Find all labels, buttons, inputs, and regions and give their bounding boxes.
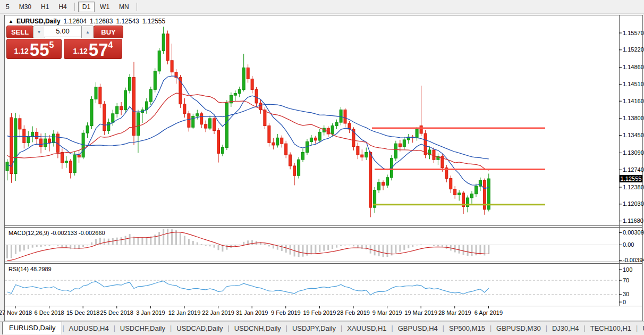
tab-usdcad-daily[interactable]: USDCAD,Daily [172,323,227,334]
tab-gbpusd-m30[interactable]: GBPUSD,M30 [492,323,546,334]
chart-symbol-label: EURUSD,Daily [16,18,61,25]
price-axis-label: 1.11680 [623,217,643,224]
price-axis-label: 1.15570 [623,30,644,36]
date-axis-label: 6 Dec 2018 [34,309,64,316]
toolbar-separator [74,3,75,11]
price-axis-label: 1.12380 [623,184,644,190]
tab-uko[interactable]: UKO [638,323,644,334]
collapse-triangle-icon[interactable]: ▲ [9,19,13,24]
date-axis-label: 31 Jan 2019 [236,309,268,316]
price-axis-label: 1.14160 [623,98,644,104]
ohlc-close: 1.12555 [142,18,165,25]
tab-usdjpy-daily[interactable]: USDJPY,Daily [287,323,341,334]
timeframe-button-m30[interactable]: M30 [15,2,36,12]
macd-axis-label: 0.00 [623,241,634,248]
price-axis-label: 1.14510 [623,81,644,87]
buy-button[interactable]: BUY [94,26,123,38]
timeframe-button-5[interactable]: 5 [2,2,14,12]
chart-title: ▲ EURUSD,Daily 1.12604 1.12683 1.12543 1… [9,18,165,25]
sell-price-prefix: 1.12 [14,47,29,55]
rsi-axis-label: 70 [623,277,629,283]
rsi-axis-label: 0 [623,299,626,305]
timeframe-button-h1[interactable]: H1 [37,2,53,12]
buy-price-big: 57 [89,43,108,57]
date-axis-label: 15 Dec 2018 [66,309,99,316]
date-axis-label: 9 Feb 2019 [271,309,301,316]
current-price-tag: 1.12555 [620,175,642,182]
timeframe-button-mn[interactable]: MN [115,2,133,12]
date-axis-label: 19 Mar 2019 [404,309,437,316]
sell-price-big: 55 [30,43,49,57]
tab-gbpusd-h4[interactable]: GBPUSD,H4 [393,323,443,334]
price-axis-label: 1.12740 [623,166,644,173]
rsi-label: RSI(14) 48.2989 [9,266,52,272]
sell-price-sup: 5 [49,40,54,50]
price-axis-label: 1.12030 [623,200,644,207]
timeframe-button-h4[interactable]: H4 [54,2,71,12]
pane-separator-dates [4,306,642,306]
date-axis-label: 19 Feb 2019 [303,309,336,316]
tab-audusd-h4[interactable]: AUDUSD,H4 [64,323,114,334]
pane-separator-macd-top [4,225,642,226]
date-axis-label: 6 Apr 2019 [474,309,503,316]
pane-separator-macd-bottom [4,227,642,228]
date-axis-label: 28 Feb 2019 [337,309,370,316]
macd-label: MACD(12,26,9) -0.002133 -0.002660 [9,230,105,236]
macd-axis-label: -0.003947 [623,257,644,263]
date-axis-label: 22 Jan 2019 [202,309,234,316]
tab-tech100-h1[interactable]: TECH100,H1 [586,323,636,334]
macd-axis-label: 0.003095 [623,229,644,236]
volume-decrease-button[interactable]: ▼ [33,26,45,38]
buy-price-button[interactable]: 1.12 57 4 [64,39,122,59]
tab-sp500-m15[interactable]: SP500,M15 [444,323,490,334]
price-axis-label: 1.13800 [623,115,644,121]
sell-price-button[interactable]: 1.12 55 5 [6,39,62,59]
chart-tab-bar: EURUSD,Daily|AUDUSD,H4|USDCHF,Daily|USDC… [0,321,644,334]
date-axis-label: 3 Jan 2019 [136,309,165,316]
ohlc-low: 1.12543 [116,18,139,25]
tab-eurusd-daily[interactable]: EURUSD,Daily [2,322,62,334]
rsi-axis-label: 30 [623,291,629,297]
tab-xauusd-h1[interactable]: XAUUSD,H1 [342,323,391,334]
buy-price-prefix: 1.12 [73,47,88,55]
ohlc-open: 1.12604 [64,18,87,25]
date-axis-label: 27 Nov 2018 [0,309,32,316]
rsi-axis-label: 100 [623,266,632,273]
sell-button[interactable]: SELL [6,26,33,38]
volume-input[interactable]: 5.00 [44,26,81,37]
date-axis-label: 28 Mar 2019 [438,309,471,316]
pane-separator-rsi-bottom [4,263,642,264]
price-axis-divider [619,15,620,306]
timeframe-button-w1[interactable]: W1 [96,2,114,12]
volume-increase-button[interactable]: ▲ [81,26,94,38]
timeframe-toolbar: 5M30H1H4D1W1MN [0,0,644,14]
tab-dj30-h4[interactable]: DJ30,H4 [547,323,584,334]
tab-usdcnh-daily[interactable]: USDCNH,Daily [230,323,286,334]
date-axis-label: 25 Dec 2018 [100,309,133,316]
date-axis-label: 12 Jan 2019 [168,309,201,316]
price-axis-label: 1.15220 [623,46,644,53]
one-click-trade-panel: SELL ▼ 5.00 ▲ BUY 1.12 55 5 1.12 57 4 [6,26,122,59]
toolbar-separator [137,3,137,11]
timeframe-button-d1[interactable]: D1 [78,2,95,12]
ohlc-high: 1.12683 [90,18,113,25]
tab-usdchf-daily[interactable]: USDCHF,Daily [115,323,170,334]
buy-price-sup: 4 [108,40,113,50]
pane-separator-rsi-top [4,262,642,262]
date-axis-label: 9 Mar 2019 [372,309,402,316]
price-axis-label: 1.13090 [623,149,644,156]
price-axis-label: 1.14860 [623,64,644,70]
price-axis-label: 1.13450 [623,132,644,138]
